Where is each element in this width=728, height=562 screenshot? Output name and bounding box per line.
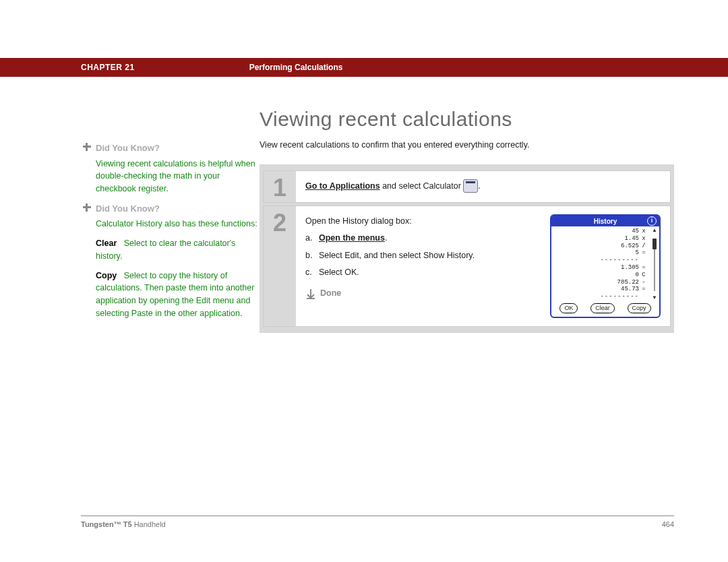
done-indicator: Done bbox=[305, 286, 542, 301]
sidebar-tip-2-intro: Calculator History also has these functi… bbox=[81, 218, 260, 230]
page-footer: Tungsten™ T5 Handheld 464 bbox=[81, 516, 674, 528]
step-number: 2 bbox=[264, 206, 296, 326]
history-titlebar: History i bbox=[551, 216, 659, 226]
plus-icon bbox=[81, 141, 93, 153]
history-list: 45x 1.45x 6.525/ 5= --------- 1.305= 0C … bbox=[553, 228, 650, 301]
chapter-title: Performing Calculations bbox=[249, 63, 343, 72]
history-dialog: History i 45x 1.45x 6.525/ 5= --------- bbox=[550, 214, 661, 318]
sidebar-tip-1: Viewing recent calculations is helpful w… bbox=[81, 158, 260, 195]
sidebar-tip-copy: Copy Select to copy the history of calcu… bbox=[81, 270, 260, 320]
step-number: 1 bbox=[264, 171, 296, 202]
clear-button[interactable]: Clear bbox=[590, 303, 615, 313]
sidebar: Did You Know? Viewing recent calculation… bbox=[81, 108, 260, 333]
scroll-up-icon: ▲ bbox=[651, 228, 658, 233]
step-2c: Select OK. bbox=[319, 266, 359, 280]
step-2-intro: Open the History dialog box: bbox=[305, 214, 542, 228]
go-to-applications-link[interactable]: Go to Applications bbox=[305, 181, 380, 191]
chapter-number: CHAPTER 21 bbox=[81, 63, 135, 72]
info-icon[interactable]: i bbox=[647, 216, 657, 226]
step-2: 2 Open the History dialog box: a.Open th… bbox=[263, 206, 671, 327]
ok-button[interactable]: OK bbox=[559, 303, 578, 313]
intro-text: View recent calculations to confirm that… bbox=[260, 140, 674, 150]
did-you-know-header: Did You Know? bbox=[81, 142, 260, 155]
scrollbar[interactable]: ▲ ▼ bbox=[651, 228, 658, 301]
plus-icon bbox=[81, 201, 93, 214]
scroll-thumb bbox=[653, 239, 657, 249]
page-heading: Viewing recent calculations bbox=[260, 108, 674, 131]
page-number: 464 bbox=[662, 520, 674, 528]
chapter-banner: CHAPTER 21 Performing Calculations bbox=[0, 58, 728, 77]
main-content: Viewing recent calculations View recent … bbox=[260, 108, 674, 333]
product-name: Tungsten™ T5 Handheld bbox=[81, 520, 166, 528]
copy-button[interactable]: Copy bbox=[628, 303, 651, 313]
step-2b: Select Edit, and then select Show Histor… bbox=[319, 249, 475, 263]
sidebar-tip-clear: Clear Select to clear the calculator's h… bbox=[81, 237, 260, 263]
steps-container: 1 Go to Applications and select Calculat… bbox=[260, 164, 674, 333]
scroll-down-icon: ▼ bbox=[651, 295, 658, 301]
step-1: 1 Go to Applications and select Calculat… bbox=[263, 170, 671, 203]
down-arrow-icon bbox=[305, 288, 316, 299]
open-the-menus-link[interactable]: Open the menus bbox=[319, 233, 385, 243]
calculator-icon bbox=[463, 179, 478, 193]
did-you-know-header: Did You Know? bbox=[81, 202, 260, 216]
